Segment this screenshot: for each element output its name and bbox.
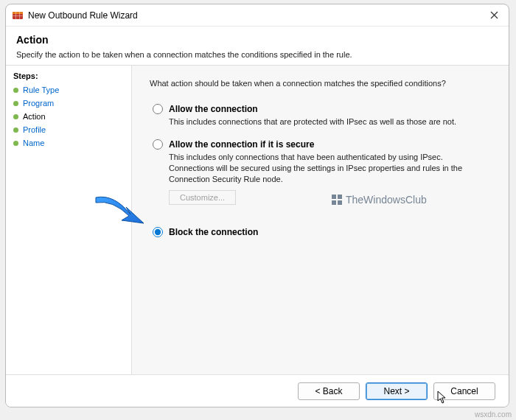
bullet-icon xyxy=(13,127,18,133)
wizard-body: Steps: Rule Type Program Action Profile … xyxy=(6,65,509,374)
option-allow-secure: Allow the connection if it is secure Thi… xyxy=(150,139,488,206)
option-allow-label: Allow the connection xyxy=(169,104,258,114)
option-block: Block the connection xyxy=(150,227,488,237)
step-profile[interactable]: Profile xyxy=(13,123,124,136)
cancel-button[interactable]: Cancel xyxy=(433,382,495,400)
step-action[interactable]: Action xyxy=(13,110,124,123)
titlebar: New Outbound Rule Wizard xyxy=(6,4,509,27)
step-rule-type[interactable]: Rule Type xyxy=(13,83,124,97)
option-allow-secure-label: Allow the connection if it is secure xyxy=(169,139,314,150)
svg-rect-1 xyxy=(13,12,23,14)
steps-heading: Steps: xyxy=(13,71,124,80)
option-allow-desc: This includes connections that are prote… xyxy=(169,116,488,127)
bullet-icon xyxy=(13,101,18,106)
next-button[interactable]: Next > xyxy=(366,382,428,400)
wizard-footer: < Back Next > Cancel xyxy=(6,374,509,407)
option-block-row[interactable]: Block the connection xyxy=(153,227,488,237)
close-button[interactable] xyxy=(479,4,509,27)
step-name[interactable]: Name xyxy=(13,136,124,150)
wizard-window: New Outbound Rule Wizard Action Specify … xyxy=(5,4,509,407)
step-label: Rule Type xyxy=(23,85,59,94)
radio-allow[interactable] xyxy=(153,104,163,114)
customize-button: Customize... xyxy=(169,190,236,205)
wizard-content: What action should be taken when a conne… xyxy=(131,66,509,374)
step-label: Action xyxy=(23,112,46,121)
steps-sidebar: Steps: Rule Type Program Action Profile … xyxy=(6,66,131,374)
step-label: Program xyxy=(23,99,54,108)
svg-rect-2 xyxy=(13,15,23,16)
bullet-icon xyxy=(13,141,18,146)
option-allow-row[interactable]: Allow the connection xyxy=(153,104,488,114)
page-title: Action xyxy=(16,34,498,46)
wizard-header: Action Specify the action to be taken wh… xyxy=(6,27,509,65)
svg-rect-3 xyxy=(15,12,16,19)
window-title: New Outbound Rule Wizard xyxy=(28,10,479,21)
radio-block[interactable] xyxy=(153,227,163,237)
option-block-label: Block the connection xyxy=(169,227,258,237)
step-label: Profile xyxy=(23,125,46,134)
bullet-icon xyxy=(13,114,18,119)
svg-rect-4 xyxy=(19,12,20,19)
content-question: What action should be taken when a conne… xyxy=(150,79,488,88)
step-program[interactable]: Program xyxy=(13,97,124,110)
back-button[interactable]: < Back xyxy=(298,382,360,400)
source-url: wsxdn.com xyxy=(475,410,512,419)
option-allow-secure-desc: This includes only connections that have… xyxy=(169,152,488,185)
option-allow-secure-row[interactable]: Allow the connection if it is secure xyxy=(153,139,488,150)
radio-allow-secure[interactable] xyxy=(153,139,163,150)
page-description: Specify the action to be taken when a co… xyxy=(16,50,498,59)
step-label: Name xyxy=(23,139,44,147)
firewall-icon xyxy=(12,10,24,21)
option-allow: Allow the connection This includes conne… xyxy=(150,104,488,127)
bullet-icon xyxy=(13,88,18,93)
